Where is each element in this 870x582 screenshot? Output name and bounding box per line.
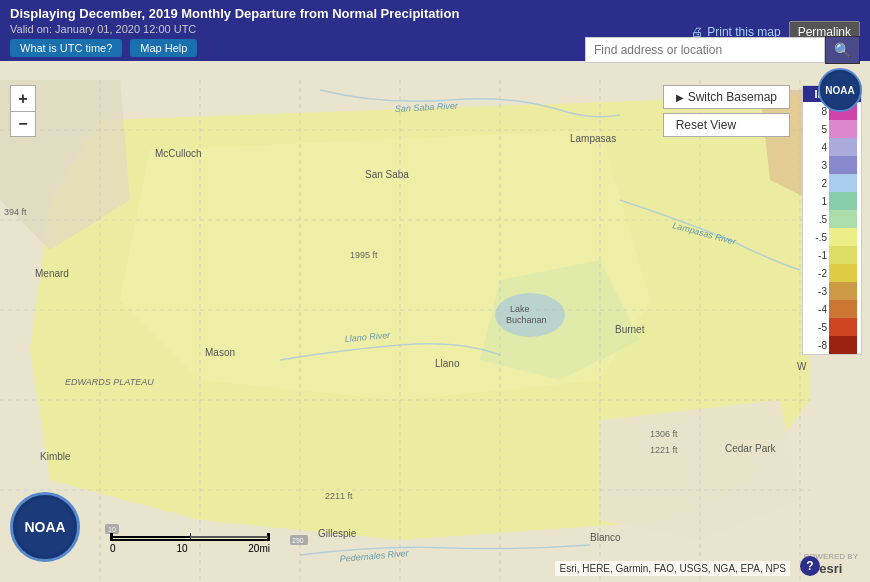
legend-row: 5 <box>803 120 861 138</box>
svg-text:Llano: Llano <box>435 358 460 369</box>
svg-text:290: 290 <box>292 537 304 544</box>
legend-label: -8 <box>807 340 829 351</box>
legend-label: -5 <box>807 322 829 333</box>
switch-basemap-button[interactable]: ▶ Switch Basemap <box>663 85 790 109</box>
scale-bar: 0 10 20mi <box>110 533 270 554</box>
svg-text:2211 ft: 2211 ft <box>325 491 353 501</box>
legend-color-swatch <box>829 336 857 354</box>
svg-text:McCulloch: McCulloch <box>155 148 202 159</box>
utc-button[interactable]: What is UTC time? <box>10 39 122 57</box>
scale-labels: 0 10 20mi <box>110 543 270 554</box>
svg-text:Buchanan: Buchanan <box>506 315 547 325</box>
svg-text:394 ft: 394 ft <box>4 207 27 217</box>
legend-row: -3 <box>803 282 861 300</box>
svg-text:EDWARDS PLATEAU: EDWARDS PLATEAU <box>65 377 154 387</box>
help-button[interactable]: ? <box>800 556 820 576</box>
switch-basemap-label: Switch Basemap <box>688 90 777 104</box>
legend-label: 4 <box>807 142 829 153</box>
legend-color-swatch <box>829 210 857 228</box>
legend-color-swatch <box>829 138 857 156</box>
svg-text:Cedar Park: Cedar Park <box>725 443 777 454</box>
svg-text:San Saba: San Saba <box>365 169 409 180</box>
legend-label: -1 <box>807 250 829 261</box>
legend-label: 5 <box>807 124 829 135</box>
legend-label: -2 <box>807 268 829 279</box>
legend-row: -8 <box>803 336 861 354</box>
zoom-out-button[interactable]: − <box>10 111 36 137</box>
map-action-buttons: ▶ Switch Basemap Reset View <box>663 85 790 137</box>
noaa-label-top: NOAA <box>825 85 854 96</box>
header-left: Displaying December, 2019 Monthly Depart… <box>10 6 459 57</box>
legend-label: -.5 <box>807 232 829 243</box>
legend-row: -4 <box>803 300 861 318</box>
header-buttons: What is UTC time? Map Help <box>10 39 459 57</box>
search-input[interactable] <box>585 37 825 63</box>
legend: Inches 8 5 4 3 2 1 .5 -.5 -1 <box>802 85 862 355</box>
reset-view-button[interactable]: Reset View <box>663 113 790 137</box>
header-title: Displaying December, 2019 Monthly Depart… <box>10 6 459 21</box>
svg-text:Lake: Lake <box>510 304 530 314</box>
legend-color-swatch <box>829 156 857 174</box>
legend-row: -.5 <box>803 228 861 246</box>
legend-row: 4 <box>803 138 861 156</box>
svg-text:Burnet: Burnet <box>615 324 645 335</box>
legend-label: .5 <box>807 214 829 225</box>
svg-text:1306 ft: 1306 ft <box>650 429 678 439</box>
legend-color-swatch <box>829 192 857 210</box>
legend-row: -5 <box>803 318 861 336</box>
legend-row: 2 <box>803 174 861 192</box>
svg-text:Lampasas: Lampasas <box>570 133 616 144</box>
svg-text:Mason: Mason <box>205 347 235 358</box>
legend-row: -1 <box>803 246 861 264</box>
svg-text:10: 10 <box>108 526 116 533</box>
legend-row: .5 <box>803 210 861 228</box>
legend-color-swatch <box>829 300 857 318</box>
svg-text:1995 ft: 1995 ft <box>350 250 378 260</box>
legend-color-swatch <box>829 120 857 138</box>
legend-color-swatch <box>829 174 857 192</box>
map-help-button[interactable]: Map Help <box>130 39 197 57</box>
attribution: Esri, HERE, Garmin, FAO, USGS, NGA, EPA,… <box>555 561 790 576</box>
scale-mark-20: 20mi <box>248 543 270 554</box>
noaa-icon-top: NOAA <box>818 68 862 112</box>
noaa-logo-label: NOAA <box>24 519 65 535</box>
svg-text:Blanco: Blanco <box>590 532 621 543</box>
legend-row: 1 <box>803 192 861 210</box>
esri-label: esri <box>819 561 842 576</box>
legend-color-swatch <box>829 228 857 246</box>
svg-text:W: W <box>797 361 807 372</box>
zoom-in-button[interactable]: + <box>10 85 36 111</box>
header-subtitle: Valid on: January 01, 2020 12:00 UTC <box>10 23 459 35</box>
legend-label: 1 <box>807 196 829 207</box>
svg-text:Menard: Menard <box>35 268 69 279</box>
search-button[interactable]: 🔍 <box>825 36 860 64</box>
noaa-logo: NOAA <box>10 492 80 562</box>
legend-label: -3 <box>807 286 829 297</box>
scale-mark-10: 10 <box>176 543 187 554</box>
search-icon: 🔍 <box>834 42 851 58</box>
legend-row: 3 <box>803 156 861 174</box>
scale-mark-0: 0 <box>110 543 116 554</box>
scale-line <box>110 533 270 541</box>
legend-color-swatch <box>829 246 857 264</box>
zoom-controls: + − <box>10 85 36 137</box>
legend-label: 3 <box>807 160 829 171</box>
legend-label: 2 <box>807 178 829 189</box>
svg-text:1221 ft: 1221 ft <box>650 445 678 455</box>
legend-row: -2 <box>803 264 861 282</box>
legend-items: 8 5 4 3 2 1 .5 -.5 -1 -2 <box>803 102 861 354</box>
switch-basemap-arrow-icon: ▶ <box>676 92 684 103</box>
search-area: 🔍 <box>585 36 860 64</box>
svg-text:Kimble: Kimble <box>40 451 71 462</box>
legend-color-swatch <box>829 318 857 336</box>
legend-color-swatch <box>829 264 857 282</box>
legend-label: -4 <box>807 304 829 315</box>
legend-color-swatch <box>829 282 857 300</box>
svg-text:Gillespie: Gillespie <box>318 528 357 539</box>
